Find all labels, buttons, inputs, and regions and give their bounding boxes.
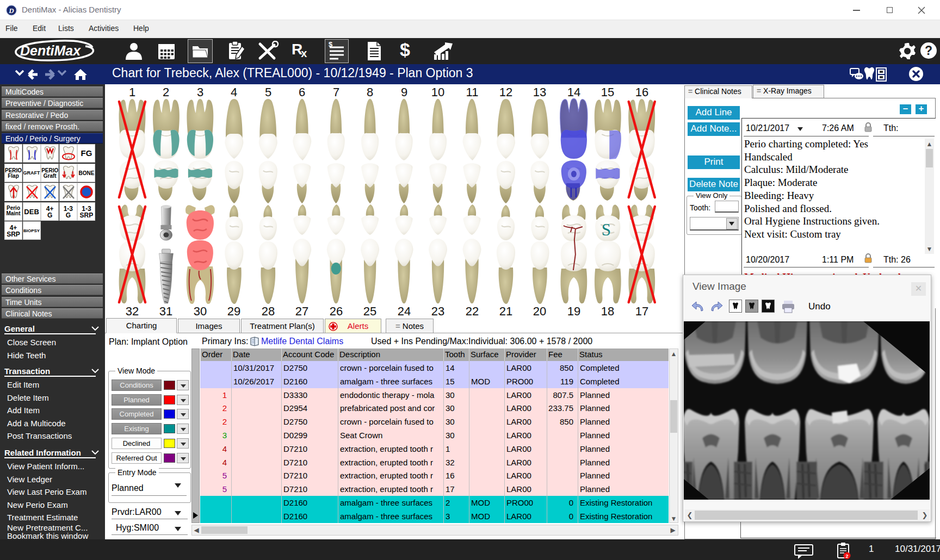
svg-text:18: 18 [601, 304, 614, 318]
svg-text:1: 1 [129, 85, 135, 99]
svg-text:6: 6 [299, 85, 305, 99]
svg-text:24: 24 [398, 304, 411, 318]
svg-text:$: $ [329, 42, 333, 48]
svg-text:9: 9 [401, 85, 407, 99]
svg-text:D: D [8, 7, 14, 15]
svg-text:31: 31 [159, 304, 172, 318]
svg-text:4: 4 [231, 85, 237, 99]
svg-text:27: 27 [295, 304, 308, 318]
svg-text:32: 32 [126, 304, 139, 318]
svg-text:30: 30 [194, 304, 207, 318]
svg-text:19: 19 [567, 304, 580, 318]
svg-text:28: 28 [262, 304, 275, 318]
svg-text:2: 2 [845, 553, 848, 559]
svg-text:17: 17 [635, 304, 648, 318]
svg-text:20: 20 [533, 304, 546, 318]
svg-text:11: 11 [466, 85, 479, 99]
svg-text:DentiMax: DentiMax [20, 43, 81, 58]
svg-text:14: 14 [567, 85, 580, 99]
svg-text:15: 15 [601, 85, 614, 99]
svg-text:26: 26 [330, 304, 343, 318]
svg-text:12: 12 [499, 85, 512, 99]
svg-text:3: 3 [197, 85, 203, 99]
svg-text:23: 23 [431, 304, 444, 318]
svg-text:29: 29 [227, 304, 240, 318]
svg-text:2: 2 [163, 85, 169, 99]
svg-text:8: 8 [367, 85, 373, 99]
svg-text:5: 5 [265, 85, 271, 99]
svg-text:22: 22 [466, 304, 479, 318]
svg-text:13: 13 [533, 85, 546, 99]
svg-text:10: 10 [431, 85, 444, 99]
svg-text:16: 16 [635, 85, 648, 99]
svg-text:S: S [602, 220, 611, 239]
svg-text:21: 21 [499, 304, 512, 318]
svg-text:7: 7 [333, 85, 339, 99]
svg-text:25: 25 [363, 304, 376, 318]
